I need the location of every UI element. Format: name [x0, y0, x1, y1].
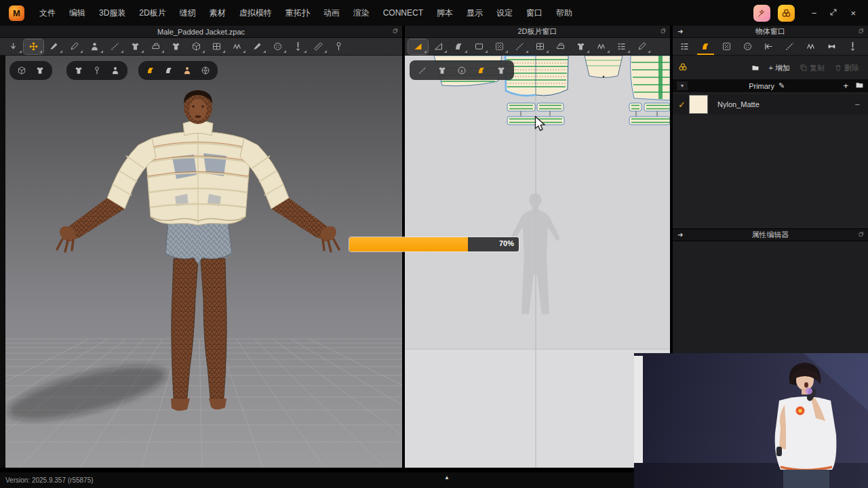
- pleat-tool-icon[interactable]: [591, 39, 611, 54]
- menu-script[interactable]: 脚本: [430, 7, 460, 19]
- pen-3d-icon[interactable]: [105, 39, 125, 54]
- render-style-icon[interactable]: [14, 64, 29, 77]
- menu-avatar[interactable]: 虚拟模特: [233, 7, 279, 19]
- select-move-icon[interactable]: [24, 39, 43, 54]
- puckering-tab-icon[interactable]: [800, 39, 821, 55]
- show-shirt-icon[interactable]: [435, 64, 450, 77]
- topstitch-tab-icon[interactable]: [779, 39, 800, 55]
- rename-group-icon[interactable]: ✎: [778, 81, 785, 90]
- iron-2d-icon[interactable]: [551, 39, 570, 54]
- dock-arrow-icon[interactable]: ➜: [677, 28, 683, 35]
- show-info-icon[interactable]: [454, 64, 469, 77]
- button-3d-icon[interactable]: [268, 39, 288, 54]
- magic-wand-app-icon[interactable]: [753, 5, 770, 22]
- detach-icon[interactable]: [660, 28, 667, 36]
- pin-tab-icon[interactable]: [758, 39, 779, 55]
- menu-retopology[interactable]: 重拓扑: [279, 7, 317, 19]
- dart-tool-icon[interactable]: [490, 39, 509, 54]
- material-swatch[interactable]: [689, 95, 708, 114]
- pattern-piece-selected[interactable]: [505, 56, 568, 96]
- menu-connect[interactable]: CONNECT: [376, 8, 430, 18]
- gravity-icon[interactable]: [248, 39, 267, 54]
- show-texture-icon[interactable]: [494, 64, 509, 77]
- menu-sewing[interactable]: 缝纫: [173, 7, 203, 19]
- import-fabric-button[interactable]: [748, 64, 763, 72]
- notch-tool-icon[interactable]: [632, 39, 652, 54]
- polygon-tool-icon[interactable]: [449, 39, 469, 54]
- viewport-3d-canvas[interactable]: [5, 56, 402, 468]
- display-group-fabric: [138, 61, 218, 80]
- menu-settings[interactable]: 设定: [490, 7, 519, 19]
- pattern-strip[interactable]: [629, 103, 670, 125]
- symmetric-garment-icon[interactable]: [125, 39, 145, 54]
- detach-icon[interactable]: [392, 28, 399, 36]
- menu-help[interactable]: 帮助: [549, 7, 579, 19]
- trefoil-app-icon[interactable]: [778, 5, 795, 22]
- delete-fabric-button[interactable]: 删除: [831, 63, 863, 73]
- detach-icon[interactable]: [858, 28, 865, 36]
- edit-pattern-icon[interactable]: [429, 39, 448, 54]
- fabric-group-row[interactable]: ▼ Primary ✎ +: [673, 79, 868, 92]
- material-collapse-icon[interactable]: −: [854, 100, 863, 110]
- show-garment-icon[interactable]: [71, 64, 86, 77]
- restore-button[interactable]: [829, 8, 837, 18]
- zipper-tab-icon[interactable]: [842, 39, 863, 55]
- wind-icon[interactable]: [227, 39, 247, 54]
- pin-tool-icon[interactable]: [329, 39, 349, 54]
- menu-3d-garment[interactable]: 3D服装: [92, 7, 132, 19]
- transform-pattern-icon[interactable]: [408, 39, 428, 54]
- show-pin-icon[interactable]: [90, 64, 104, 77]
- select-lasso-icon[interactable]: [44, 39, 64, 54]
- wireframe-globe-icon[interactable]: [198, 64, 213, 77]
- menu-animation[interactable]: 动画: [317, 7, 347, 19]
- detach-icon[interactable]: [858, 231, 865, 239]
- group-folder-icon[interactable]: [855, 81, 864, 91]
- fabric-tab-icon[interactable]: [695, 39, 716, 55]
- fabric-thick-icon[interactable]: [143, 64, 158, 77]
- show-fabric-icon[interactable]: [474, 64, 489, 77]
- show-seam-icon[interactable]: [415, 64, 430, 77]
- copy-fabric-button[interactable]: 复制: [796, 63, 828, 73]
- menu-edit[interactable]: 编辑: [62, 7, 92, 19]
- menu-window[interactable]: 窗口: [519, 7, 549, 19]
- menu-display[interactable]: 显示: [460, 7, 490, 19]
- graphic-tab-icon[interactable]: [716, 39, 737, 55]
- zipper-3d-icon[interactable]: [288, 39, 308, 54]
- add-fabric-button[interactable]: +增加: [766, 63, 793, 73]
- rectangle-tool-icon[interactable]: [469, 39, 489, 54]
- measure-icon[interactable]: [309, 39, 328, 54]
- shirt-2d-icon[interactable]: [571, 39, 591, 54]
- material-list-item[interactable]: ✓ Nylon_Matte −: [673, 94, 868, 115]
- add-group-item-icon[interactable]: +: [843, 81, 848, 91]
- simulate-dropdown-icon[interactable]: [3, 39, 23, 54]
- layer-tool-icon[interactable]: [612, 39, 631, 54]
- quilt-grid-icon[interactable]: [207, 39, 226, 54]
- avatar-texture-icon[interactable]: [180, 64, 195, 77]
- menu-file[interactable]: 文件: [33, 7, 62, 19]
- menu-material[interactable]: 素材: [203, 7, 233, 19]
- button-tab-icon[interactable]: [737, 39, 758, 55]
- show-avatar-icon[interactable]: [108, 64, 123, 77]
- menu-render[interactable]: 渲染: [347, 7, 376, 19]
- dock-arrow-icon[interactable]: ➜: [677, 231, 683, 239]
- pattern-piece[interactable]: [631, 56, 670, 100]
- scene-list-tab-icon[interactable]: [674, 39, 695, 55]
- menu-2d-pattern[interactable]: 2D板片: [132, 7, 172, 19]
- collapse-caret-icon[interactable]: ▼: [677, 81, 688, 90]
- close-button[interactable]: ×: [850, 8, 856, 18]
- avatar-doll-icon[interactable]: [85, 39, 104, 54]
- brush-icon[interactable]: [64, 39, 84, 54]
- statusbar-expand-icon[interactable]: ▲: [444, 474, 450, 481]
- segment-sewing-icon[interactable]: [510, 39, 530, 54]
- minimize-button[interactable]: −: [812, 8, 817, 18]
- material-check-icon[interactable]: ✓: [678, 100, 689, 110]
- fabric-thin-icon[interactable]: [161, 64, 176, 77]
- garment-texture-icon[interactable]: [33, 64, 47, 77]
- sewing-machine-icon[interactable]: [186, 39, 206, 54]
- internal-rectangle-icon[interactable]: [530, 39, 550, 54]
- garment-shirt-icon[interactable]: [166, 39, 186, 54]
- panel-3d-titlebar: Male_Padded Jacket.zpac: [0, 26, 402, 38]
- steam-icon[interactable]: [146, 39, 165, 54]
- pattern-piece[interactable]: [585, 56, 623, 78]
- trim-tab-icon[interactable]: [821, 39, 842, 55]
